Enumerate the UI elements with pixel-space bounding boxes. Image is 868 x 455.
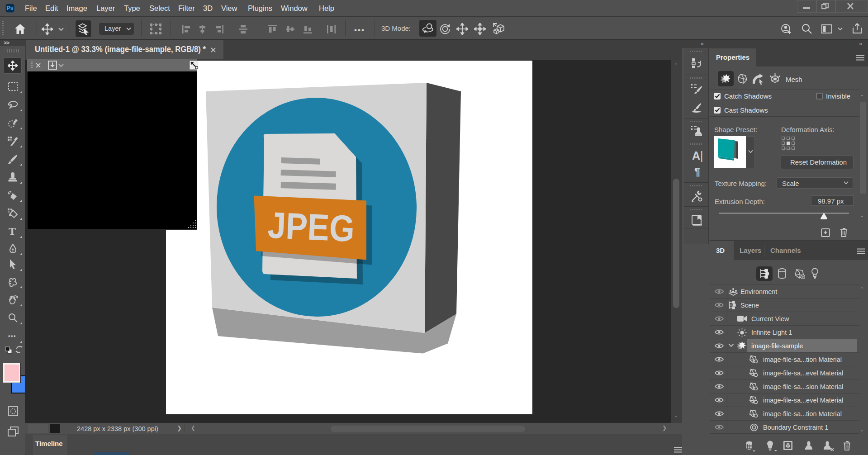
svg-text:JPEG: JPEG [267,204,356,250]
